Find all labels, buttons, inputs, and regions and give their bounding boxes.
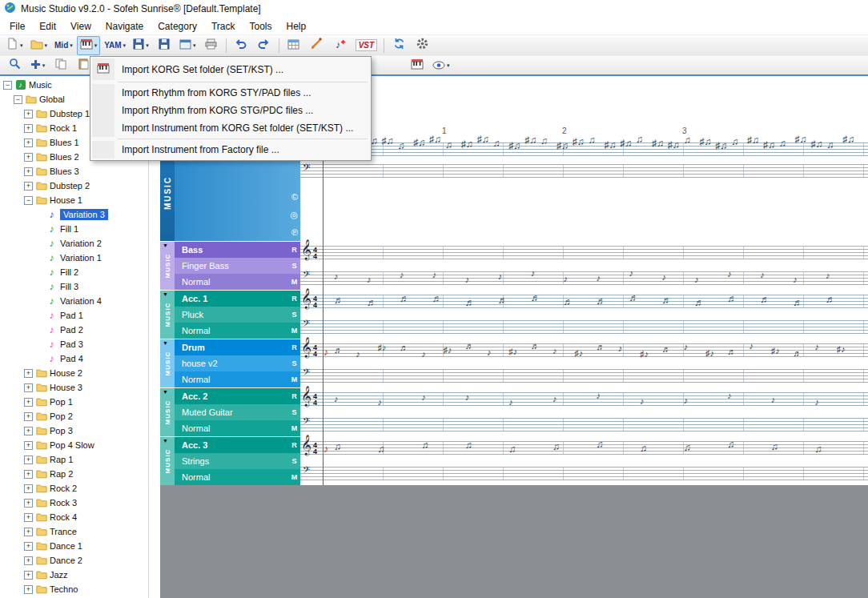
save-button[interactable]: ▾ [130, 36, 152, 55]
track-button-r[interactable]: R [288, 291, 300, 307]
expand-icon[interactable]: + [24, 167, 33, 176]
tree-item-techno[interactable]: +Techno [0, 582, 148, 596]
expand-icon[interactable]: + [24, 528, 33, 536]
expand-icon[interactable]: + [24, 513, 33, 522]
yamaha-import-button[interactable]: YAM▾ [101, 36, 129, 55]
track-button-r[interactable]: R [288, 388, 300, 404]
collapse-arrow-icon[interactable]: ▼ [163, 389, 168, 395]
tree-item-variation-3[interactable]: ♪Variation 3 [0, 207, 148, 222]
collapse-arrow-icon[interactable]: ▼ [163, 291, 168, 297]
tree-item-pop-2[interactable]: +Pop 2 [0, 409, 148, 423]
menu-file[interactable]: File [3, 19, 31, 34]
tree-item-fill-1[interactable]: ♪Fill 1 [0, 222, 148, 236]
new-document-button[interactable]: ▾ [3, 36, 26, 55]
collapse-arrow-icon[interactable]: ▼ [163, 243, 168, 248]
track-button-m[interactable]: M [288, 371, 300, 387]
tree-item-rock-4[interactable]: +Rock 4 [0, 510, 148, 524]
track-header[interactable]: Drumhouse v2Normal [175, 339, 288, 387]
menu-view[interactable]: View [64, 19, 98, 34]
tree-item-pad-1[interactable]: ♪Pad 1 [0, 308, 148, 323]
menu-navigate[interactable]: Navigate [99, 19, 150, 34]
expand-icon[interactable]: + [24, 398, 33, 407]
menu-category[interactable]: Category [151, 19, 203, 34]
expand-icon[interactable]: + [24, 369, 33, 378]
menu-item-import-instrument-from-factory-file[interactable]: Import Instrument from Factory file ... [92, 141, 369, 159]
track-button-m[interactable]: M [288, 420, 300, 436]
notation-lane[interactable]: ♬♬♬♬♬♬♬♬♬♬♬♬♬♬♬♬ [323, 291, 868, 339]
style-brush-button[interactable] [306, 36, 328, 55]
expand-icon[interactable]: + [24, 585, 33, 594]
expand-icon[interactable]: + [24, 499, 33, 508]
tree-item-pad-2[interactable]: ♪Pad 2 [0, 323, 148, 337]
tree-item-dubstep-2[interactable]: +Dubstep 2 [0, 179, 148, 193]
note-edit-button[interactable]: ♪ [329, 36, 352, 55]
settings-button[interactable] [411, 36, 433, 55]
collapse-arrow-icon[interactable]: ▼ [163, 340, 168, 346]
tree-item-trance[interactable]: +Trance [0, 524, 148, 539]
zoom-button[interactable] [3, 56, 26, 75]
tree-item-pop-3[interactable]: +Pop 3 [0, 423, 148, 438]
track-button-m[interactable]: M [288, 469, 300, 485]
track-button-r[interactable]: R [288, 339, 300, 355]
menu-tools[interactable]: Tools [243, 19, 278, 34]
expand-icon[interactable]: + [24, 124, 33, 133]
expand-icon[interactable]: + [24, 571, 33, 580]
tree-item-rap-1[interactable]: +Rap 1 [0, 452, 148, 467]
playhead-cursor[interactable] [323, 142, 323, 485]
expand-icon[interactable]: + [24, 110, 33, 118]
track-header[interactable]: Acc. 1PluckNormal [175, 291, 288, 339]
expand-icon[interactable]: + [24, 383, 33, 392]
view-visibility-button[interactable]: ▾ [429, 56, 453, 75]
tree-item-house-1[interactable]: −House 1 [0, 193, 148, 207]
refresh-button[interactable] [388, 36, 410, 55]
track-button-s[interactable]: S [288, 404, 300, 420]
korg-import-button[interactable]: ▾ [77, 36, 101, 55]
vst-button[interactable]: VST [352, 36, 380, 55]
menu-track[interactable]: Track [205, 19, 242, 34]
track-button-s[interactable]: S [288, 307, 300, 323]
melody-notation[interactable]: ♪♯♫♫♯♫♯♫♫♯♫♯♫♫♯♫♯♫♫♯♫♯♫♫♯♫♯♫♫♯♫♯♫♫♯♫♯♫♫♯… [323, 142, 868, 191]
collapse-icon[interactable]: − [14, 95, 22, 104]
tree-item-fill-2[interactable]: ♪Fill 2 [0, 265, 148, 279]
expand-icon[interactable]: + [24, 542, 33, 551]
tree-item-house-2[interactable]: +House 2 [0, 366, 148, 380]
tree-item-rap-2[interactable]: +Rap 2 [0, 467, 148, 481]
track-button-s[interactable]: S [288, 453, 300, 469]
export-window-button[interactable]: ▾ [176, 36, 199, 55]
tree-item-dance-2[interactable]: +Dance 2 [0, 553, 148, 568]
collapse-arrow-icon[interactable]: ▼ [163, 438, 168, 443]
tree-item-variation-2[interactable]: ♪Variation 2 [0, 236, 148, 251]
menu-help[interactable]: Help [279, 19, 312, 34]
tree-item-variation-4[interactable]: ♪Variation 4 [0, 294, 148, 308]
notation-lane[interactable]: ♪♪♪♪♪♪♪♪♪♪♪♪ [323, 388, 868, 436]
tree-item-pop-1[interactable]: +Pop 1 [0, 395, 148, 409]
tree-item-pad-4[interactable]: ♪Pad 4 [0, 351, 148, 366]
tree-item-jazz[interactable]: +Jazz [0, 568, 148, 582]
menu-item-import-rhythm-from-korg-sty-pad-files[interactable]: Import Rhythm from KORG STY/PAD files ..… [92, 84, 369, 102]
mixer-grid-button[interactable] [283, 36, 305, 55]
expand-icon[interactable]: + [24, 182, 33, 191]
tree-item-rock-3[interactable]: +Rock 3 [0, 496, 148, 510]
track-header[interactable]: Acc. 3StringsNormal [175, 437, 288, 485]
track-button-s[interactable]: S [288, 355, 300, 371]
tree-item-fill-3[interactable]: ♪Fill 3 [0, 279, 148, 294]
tree-item-dance-1[interactable]: +Dance 1 [0, 539, 148, 553]
open-file-button[interactable]: ▾ [27, 36, 51, 55]
midi-import-button[interactable]: Mid▾ [51, 36, 76, 55]
tree-item-pop-4-slow[interactable]: +Pop 4 Slow [0, 438, 148, 452]
save-all-button[interactable] [153, 36, 175, 55]
redo-button[interactable] [253, 36, 275, 55]
add-pattern-button[interactable]: ▾ [26, 56, 49, 75]
tree-item-pad-3[interactable]: ♪Pad 3 [0, 337, 148, 351]
expand-icon[interactable]: + [24, 153, 33, 162]
expand-icon[interactable]: + [24, 470, 33, 479]
menu-item-import-instrument-from-korg-set-folder-set-kst[interactable]: Import Instrument from KORG Set folder (… [92, 119, 369, 137]
track-button-m[interactable]: M [288, 274, 300, 290]
expand-icon[interactable]: + [24, 138, 33, 147]
track-button-r[interactable]: R [288, 242, 300, 258]
track-button-s[interactable]: S [288, 258, 300, 274]
tree-item-rock-2[interactable]: +Rock 2 [0, 481, 148, 496]
copy-button[interactable] [50, 56, 72, 75]
expand-icon[interactable]: + [24, 484, 33, 493]
menu-edit[interactable]: Edit [33, 19, 62, 34]
